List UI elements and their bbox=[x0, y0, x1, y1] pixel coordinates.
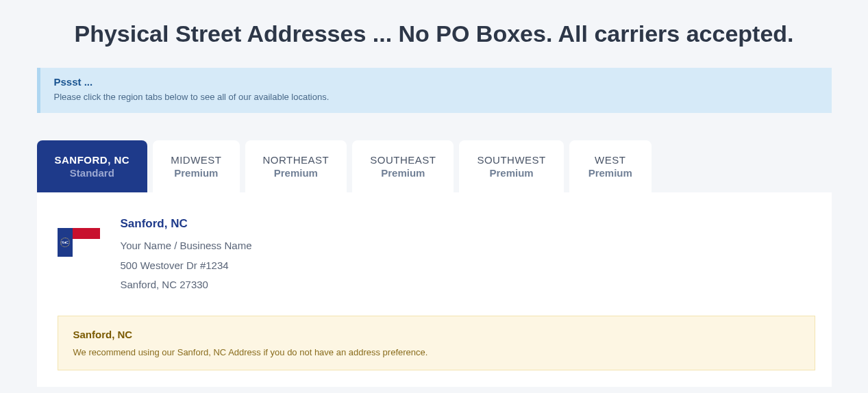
tab-region-label: NORTHEAST bbox=[263, 154, 330, 166]
tab-midwest[interactable]: MIDWEST Premium bbox=[153, 140, 239, 192]
address-citystate: Sanford, NC 27330 bbox=[121, 275, 252, 295]
tab-tier-label: Premium bbox=[263, 167, 330, 179]
tab-region-label: SOUTHWEST bbox=[477, 154, 545, 166]
tab-content: Sanford, NC Your Name / Business Name 50… bbox=[37, 192, 832, 387]
address-block: Sanford, NC Your Name / Business Name 50… bbox=[58, 213, 815, 295]
tab-southwest[interactable]: SOUTHWEST Premium bbox=[459, 140, 563, 192]
tab-region-label: MIDWEST bbox=[171, 154, 221, 166]
address-name-line: Your Name / Business Name bbox=[121, 236, 252, 256]
page-title: Physical Street Addresses ... No PO Boxe… bbox=[37, 21, 832, 47]
tab-northeast[interactable]: NORTHEAST Premium bbox=[245, 140, 347, 192]
region-tabs: SANFORD, NC Standard MIDWEST Premium NOR… bbox=[37, 140, 832, 192]
nc-flag-icon bbox=[58, 228, 100, 257]
tab-tier-label: Premium bbox=[171, 167, 221, 179]
tab-tier-label: Standard bbox=[55, 167, 130, 179]
tab-tier-label: Premium bbox=[477, 167, 545, 179]
tab-tier-label: Premium bbox=[587, 167, 634, 179]
address-title: Sanford, NC bbox=[121, 213, 252, 235]
tab-tier-label: Premium bbox=[370, 167, 436, 179]
note-title: Sanford, NC bbox=[73, 329, 799, 340]
address-street: 500 Westover Dr #1234 bbox=[121, 256, 252, 276]
info-callout-text: Please click the region tabs below to se… bbox=[54, 92, 818, 102]
tab-sanford-nc[interactable]: SANFORD, NC Standard bbox=[37, 140, 148, 192]
info-callout-title: Pssst ... bbox=[54, 76, 818, 88]
tab-region-label: SOUTHEAST bbox=[370, 154, 436, 166]
recommendation-note: Sanford, NC We recommend using our Sanfo… bbox=[58, 316, 815, 370]
tab-region-label: SANFORD, NC bbox=[55, 154, 130, 166]
tab-west[interactable]: WEST Premium bbox=[569, 140, 652, 192]
info-callout: Pssst ... Please click the region tabs b… bbox=[37, 68, 832, 113]
tab-southeast[interactable]: SOUTHEAST Premium bbox=[352, 140, 454, 192]
note-text: We recommend using our Sanford, NC Addre… bbox=[73, 347, 799, 357]
tab-region-label: WEST bbox=[587, 154, 634, 166]
